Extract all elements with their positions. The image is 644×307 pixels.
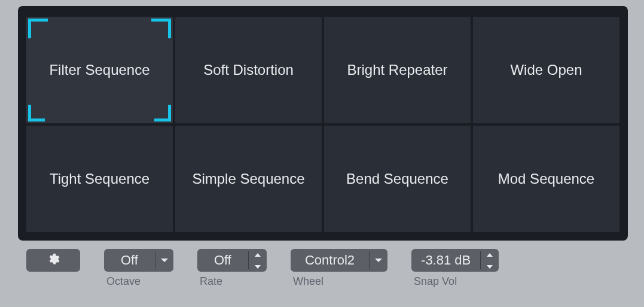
chevron-up-icon	[486, 249, 493, 260]
snapshot-label: Tight Sequence	[50, 170, 149, 188]
octave-label: Octave	[106, 275, 141, 288]
chevron-down-icon	[374, 255, 383, 266]
snap-vol-stepper[interactable]	[481, 249, 499, 272]
octave-control: Off Octave	[104, 249, 173, 288]
wheel-value[interactable]: Control2	[291, 249, 369, 272]
snapshot-label: Bright Repeater	[347, 61, 447, 79]
snapshot-label: Soft Distortion	[203, 61, 294, 79]
chevron-down-icon	[160, 255, 169, 266]
wheel-control: Control2 Wheel	[291, 249, 387, 288]
snapshot-grid: Filter Sequence Soft Distortion Bright R…	[26, 17, 619, 232]
snapshot-cell-3[interactable]: Bright Repeater	[324, 17, 471, 123]
snapshot-label: Simple Sequence	[192, 170, 304, 188]
rate-label: Rate	[200, 275, 222, 288]
gear-icon	[47, 253, 60, 268]
rate-control: Off Rate	[197, 249, 267, 288]
snapshot-label: Mod Sequence	[498, 170, 594, 188]
snapshot-cell-4[interactable]: Wide Open	[473, 17, 619, 123]
snapshot-cell-8[interactable]: Mod Sequence	[473, 126, 619, 232]
snapshot-cell-7[interactable]: Bend Sequence	[324, 126, 471, 232]
chevron-down-icon	[254, 261, 261, 272]
snap-vol-label: Snap Vol	[414, 275, 457, 288]
wheel-dropdown[interactable]	[370, 249, 387, 272]
snapshot-cell-6[interactable]: Simple Sequence	[175, 126, 322, 232]
rate-stepper[interactable]	[249, 249, 267, 272]
chevron-down-icon	[486, 261, 493, 272]
snap-vol-value[interactable]: -3.81 dB	[411, 249, 480, 272]
snap-vol-control: -3.81 dB Snap Vol	[411, 249, 499, 288]
snapshot-label: Filter Sequence	[49, 61, 149, 79]
settings-button[interactable]	[26, 249, 80, 272]
snapshot-panel: Filter Sequence Soft Distortion Bright R…	[18, 6, 628, 241]
octave-value[interactable]: Off	[104, 249, 155, 272]
snapshot-label: Bend Sequence	[346, 170, 448, 188]
snapshot-label: Wide Open	[510, 61, 582, 79]
rate-value[interactable]: Off	[197, 249, 248, 272]
snapshot-cell-5[interactable]: Tight Sequence	[26, 126, 173, 232]
snapshot-cell-1[interactable]: Filter Sequence	[26, 17, 173, 123]
octave-dropdown[interactable]	[155, 249, 173, 272]
controls-bar: Off Octave Off Rate	[18, 249, 626, 288]
snapshot-cell-2[interactable]: Soft Distortion	[175, 17, 322, 123]
chevron-up-icon	[254, 249, 261, 260]
wheel-label: Wheel	[293, 275, 323, 288]
